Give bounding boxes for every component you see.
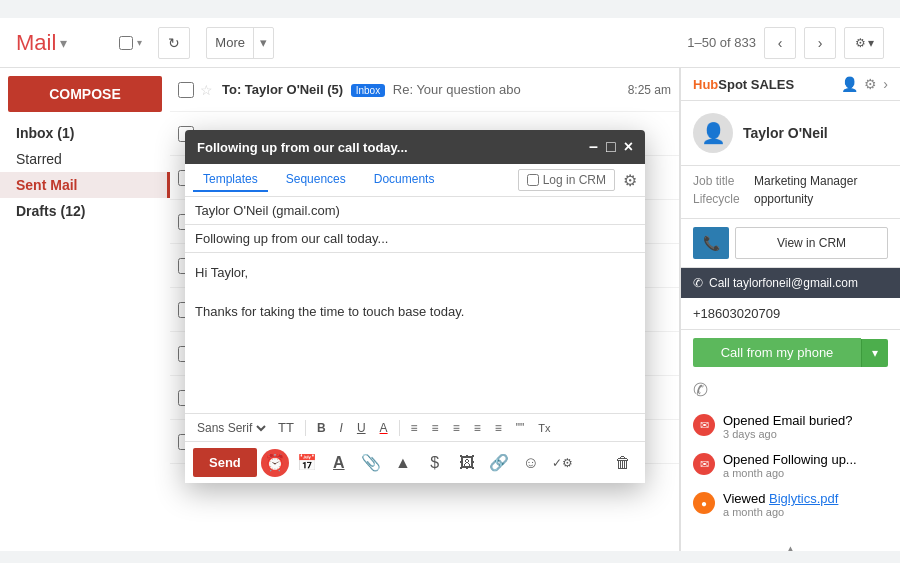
- header-controls: 1–50 of 833 ‹ › ⚙ ▾: [687, 27, 884, 59]
- drive-icon[interactable]: ▲: [389, 449, 417, 477]
- more-dropdown[interactable]: More ▾: [206, 27, 274, 59]
- login-crm-button[interactable]: Log in CRM: [518, 169, 615, 191]
- login-crm-checkbox[interactable]: [527, 174, 539, 186]
- select-all-checkbox[interactable]: [119, 36, 133, 50]
- select-all-checkbox-wrapper[interactable]: ▾: [119, 36, 142, 50]
- starred-label: Starred: [16, 151, 62, 167]
- image-icon[interactable]: 🖼: [453, 449, 481, 477]
- expand-up-button[interactable]: ▲: [681, 538, 900, 551]
- compose-to-field[interactable]: Taylor O'Neil (gmail.com): [185, 197, 645, 225]
- top-bar: [0, 0, 900, 18]
- inbox-count: (1): [57, 125, 74, 141]
- sidebar-item-drafts[interactable]: Drafts (12): [0, 198, 170, 224]
- call-email-label: Call taylorfoneil@gmail.com: [709, 276, 858, 290]
- activity-link[interactable]: Biglytics.pdf: [769, 491, 838, 506]
- table-row[interactable]: ☆ To: Taylor O'Neil (5) Inbox Re: Your q…: [170, 68, 679, 112]
- hubspot-person-icon[interactable]: 👤: [841, 76, 858, 92]
- email-activity-icon: ✉: [693, 414, 715, 436]
- minimize-button[interactable]: –: [589, 138, 598, 156]
- compose-gear-icon[interactable]: ⚙: [623, 171, 637, 190]
- nav-prev-button[interactable]: ‹: [764, 27, 796, 59]
- call-email-bar[interactable]: ✆ Call taylorfoneil@gmail.com: [681, 268, 900, 298]
- checkbox-dropdown-arrow[interactable]: ▾: [137, 37, 142, 48]
- delete-icon[interactable]: 🗑: [609, 449, 637, 477]
- hubspot-header-icons: 👤 ⚙ ›: [841, 76, 888, 92]
- send-button[interactable]: Send: [193, 448, 257, 477]
- format-divider: [305, 420, 306, 436]
- remove-format-button[interactable]: Tx: [533, 420, 555, 436]
- link-icon[interactable]: 🔗: [485, 449, 513, 477]
- lifecycle-label: Lifecycle: [693, 192, 748, 206]
- inbox-label: Inbox: [16, 125, 53, 141]
- activity-time-2: a month ago: [723, 467, 857, 479]
- attachment-icon[interactable]: 📎: [357, 449, 385, 477]
- tab-documents[interactable]: Documents: [364, 168, 445, 192]
- calendar-icon[interactable]: 📅: [293, 449, 321, 477]
- money-icon[interactable]: $: [421, 449, 449, 477]
- call-button[interactable]: 📞: [693, 227, 729, 259]
- schedule-send-icon[interactable]: ⏰: [261, 449, 289, 477]
- star-icon[interactable]: ☆: [200, 82, 216, 98]
- tab-templates[interactable]: Templates: [193, 168, 268, 192]
- sidebar-item-inbox[interactable]: Inbox (1): [0, 120, 170, 146]
- outdent-button[interactable]: ≡: [490, 419, 507, 437]
- call-email-icon: ✆: [693, 276, 703, 290]
- format-divider-2: [399, 420, 400, 436]
- to-value: Taylor O'Neil (gmail.com): [195, 203, 340, 218]
- bold-button[interactable]: B: [312, 419, 331, 437]
- unordered-list-button[interactable]: ≡: [448, 419, 465, 437]
- page-info: 1–50 of 833: [687, 35, 756, 50]
- call-from-phone-button[interactable]: Call from my phone: [693, 338, 861, 367]
- call-from-dropdown-button[interactable]: ▾: [861, 339, 888, 367]
- compose-body[interactable]: Hi Taylor, Thanks for taking the time to…: [185, 253, 645, 413]
- tab-sequences[interactable]: Sequences: [276, 168, 356, 192]
- email-subject: Re: Your question abo: [393, 82, 521, 97]
- italic-button[interactable]: I: [335, 419, 348, 437]
- emoji-icon[interactable]: ☺: [517, 449, 545, 477]
- compose-header-buttons: – □ ×: [589, 138, 633, 156]
- gear-icon: ⚙: [855, 36, 866, 50]
- font-family-select[interactable]: Sans Serif: [193, 420, 269, 436]
- nav-next-button[interactable]: ›: [804, 27, 836, 59]
- align-button[interactable]: ≡: [406, 419, 423, 437]
- sidebar-item-sent[interactable]: Sent Mail: [0, 172, 170, 198]
- compose-button[interactable]: COMPOSE: [8, 76, 162, 112]
- sidebar-item-starred[interactable]: Starred: [0, 146, 170, 172]
- settings-button[interactable]: ⚙ ▾: [844, 27, 884, 59]
- indent-button[interactable]: ≡: [469, 419, 486, 437]
- view-crm-button[interactable]: View in CRM: [735, 227, 888, 259]
- mail-logo-text: Mail: [16, 30, 56, 56]
- drafts-label: Drafts: [16, 203, 56, 219]
- avatar: 👤: [693, 113, 733, 153]
- job-title-row: Job title Marketing Manager: [693, 174, 888, 188]
- font-size-button[interactable]: TT: [273, 418, 299, 437]
- text-underline-icon[interactable]: A: [325, 449, 353, 477]
- hubspot-check-icon[interactable]: ✓⚙: [549, 449, 577, 477]
- hubspot-settings-icon[interactable]: ⚙: [864, 76, 877, 92]
- subject-value: Following up from our call today...: [195, 231, 388, 246]
- refresh-button[interactable]: ↻: [158, 27, 190, 59]
- body-greeting: Hi Taylor,: [195, 263, 635, 283]
- activity-section: ✉ Opened Email buried? 3 days ago ✉ Open…: [681, 405, 900, 538]
- close-button[interactable]: ×: [624, 138, 633, 156]
- activity-content-3: Viewed Biglytics.pdf a month ago: [723, 491, 838, 518]
- maximize-button[interactable]: □: [606, 138, 616, 156]
- job-title-label: Job title: [693, 174, 748, 188]
- ordered-list-button[interactable]: ≡: [427, 419, 444, 437]
- activity-item: ✉ Opened Following up... a month ago: [693, 452, 888, 479]
- text-color-button[interactable]: A: [375, 419, 393, 437]
- activity-item: ✉ Opened Email buried? 3 days ago: [693, 413, 888, 440]
- compose-subject-field[interactable]: Following up from our call today...: [185, 225, 645, 253]
- hubspot-expand-icon[interactable]: ›: [883, 76, 888, 92]
- sales-text: SALES: [747, 77, 794, 92]
- underline-button[interactable]: U: [352, 419, 371, 437]
- phone-dial-icon: ✆: [681, 375, 900, 405]
- more-dropdown-arrow[interactable]: ▾: [253, 28, 273, 58]
- activity-item: ● Viewed Biglytics.pdf a month ago: [693, 491, 888, 518]
- mail-logo-arrow[interactable]: ▾: [60, 35, 67, 51]
- email-checkbox[interactable]: [178, 82, 194, 98]
- quote-button[interactable]: "": [511, 419, 530, 437]
- phone-number: +18603020709: [681, 298, 900, 330]
- mail-logo[interactable]: Mail ▾: [16, 30, 67, 56]
- drafts-count: (12): [60, 203, 85, 219]
